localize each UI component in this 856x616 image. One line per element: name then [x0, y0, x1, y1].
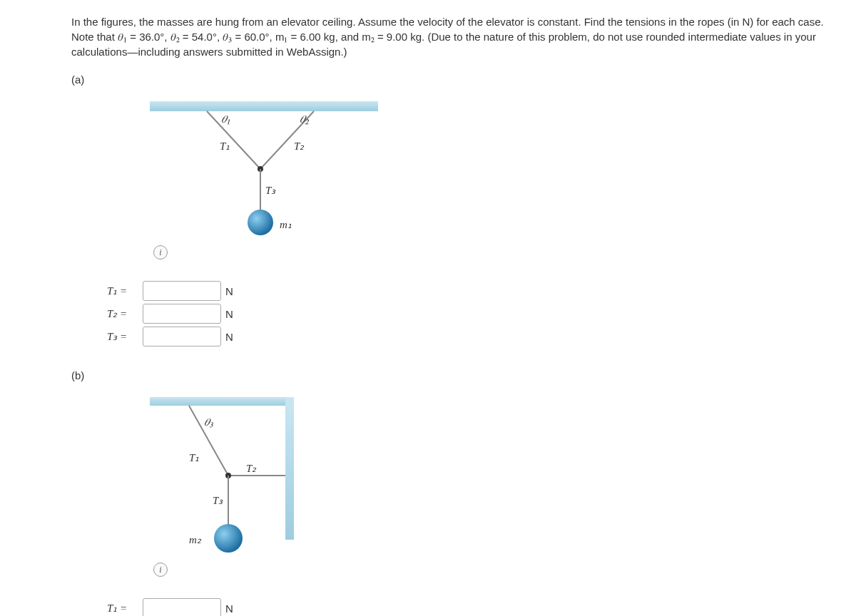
- figure-a-svg: 𝜃₁ 𝜃₂ T₁ T₂ T₃ m₁: [143, 101, 385, 244]
- figure-a: 𝜃₁ 𝜃₂ T₁ T₂ T₃ m₁ i: [143, 101, 385, 260]
- svg-text:𝜃₃: 𝜃₃: [204, 416, 214, 428]
- svg-text:𝜃₂: 𝜃₂: [300, 113, 310, 125]
- svg-text:T₃: T₃: [265, 185, 276, 196]
- figure-b-svg: 𝜃₃ T₁ T₂ T₃ m₂: [143, 397, 328, 561]
- t1-unit-b: N: [225, 601, 233, 616]
- t1-unit-a: N: [225, 284, 233, 299]
- svg-rect-0: [150, 101, 378, 111]
- theta1-eq: 𝜃₁ = 36.0°,: [118, 31, 170, 43]
- problem-statement: In the figures, the masses are hung from…: [71, 14, 827, 59]
- info-icon[interactable]: i: [153, 563, 168, 577]
- svg-line-1: [207, 111, 260, 169]
- svg-rect-13: [285, 397, 294, 540]
- t3-input-a[interactable]: [143, 327, 221, 346]
- svg-rect-12: [150, 397, 292, 406]
- answers-a: T₁ = N T₂ = N T₃ = N: [107, 281, 827, 346]
- t1-label-a: T₁ =: [107, 284, 143, 299]
- part-b-label: (b): [71, 368, 827, 383]
- t1-input-b[interactable]: [143, 598, 221, 616]
- t2-input-a[interactable]: [143, 304, 221, 324]
- theta3-eq: 𝜃₃ = 60.0°,: [223, 31, 275, 43]
- t3-unit-a: N: [225, 329, 233, 344]
- svg-point-5: [248, 210, 273, 235]
- info-icon[interactable]: i: [153, 245, 168, 260]
- svg-text:m₂: m₂: [189, 534, 202, 545]
- svg-text:T₁: T₁: [189, 452, 199, 463]
- t2-unit-a: N: [225, 307, 233, 322]
- answers-b: T₁ = N T₂ = N T₃ = N: [107, 598, 827, 616]
- svg-point-18: [214, 524, 243, 553]
- part-a-label: (a): [71, 72, 827, 87]
- svg-text:m₁: m₁: [280, 219, 292, 230]
- theta2-eq: 𝜃₂ = 54.0°,: [170, 31, 223, 43]
- t1-label-b: T₁ =: [107, 601, 143, 616]
- t3-label-a: T₃ =: [107, 329, 143, 344]
- figure-b: 𝜃₃ T₁ T₂ T₃ m₂ i: [143, 397, 328, 577]
- svg-text:T₂: T₂: [294, 140, 305, 152]
- m1-eq: m₁ = 6.00 kg, and: [275, 31, 362, 43]
- svg-text:T₃: T₃: [213, 495, 223, 506]
- svg-text:𝜃₁: 𝜃₁: [221, 113, 230, 125]
- m2-eq: m₂ = 9.00 kg.: [362, 31, 427, 43]
- t1-input-a[interactable]: [143, 281, 221, 301]
- svg-text:T₂: T₂: [246, 463, 257, 474]
- t2-label-a: T₂ =: [107, 307, 143, 322]
- svg-text:T₁: T₁: [220, 140, 230, 152]
